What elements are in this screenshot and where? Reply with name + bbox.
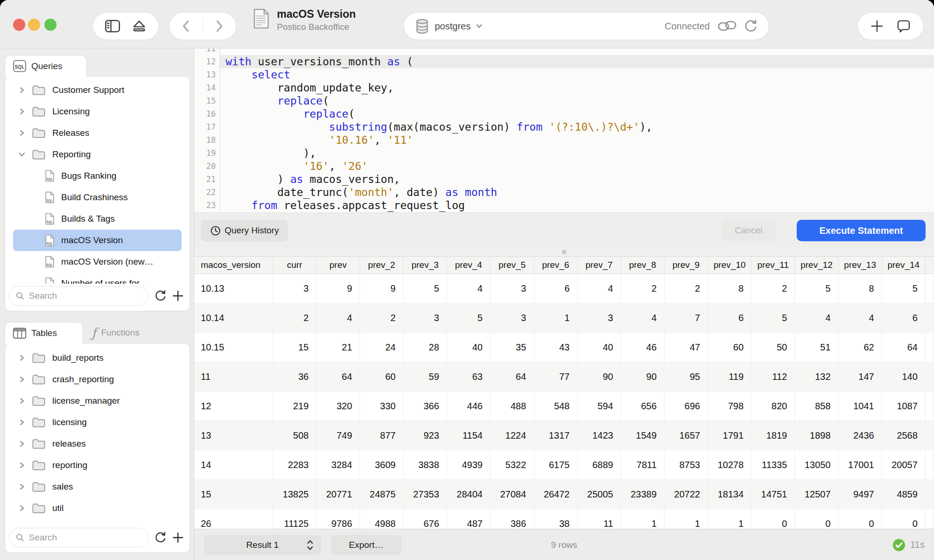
cell[interactable]: 2568 xyxy=(882,421,925,450)
add-icon[interactable] xyxy=(870,19,884,33)
query-item-macos-version[interactable]: SQLmacOS Version xyxy=(13,230,182,251)
cell[interactable]: 3 xyxy=(490,274,534,303)
reload-queries-icon[interactable] xyxy=(154,289,166,302)
zoom-button[interactable] xyxy=(44,19,57,31)
code-line-12[interactable]: 12with user_versions_month as ( xyxy=(194,55,934,68)
query-item-build-crashiness[interactable]: SQLBuild Crashiness xyxy=(10,187,184,208)
cell[interactable]: 0 xyxy=(882,509,925,529)
chevron-right-icon[interactable] xyxy=(19,419,25,426)
cell[interactable] xyxy=(925,480,933,509)
code-line-18[interactable]: 18 '10.16', '11' xyxy=(194,133,934,147)
cell[interactable]: 63 xyxy=(447,362,490,392)
query-item-reporting[interactable]: Reporting xyxy=(10,144,184,165)
cell[interactable]: 3 xyxy=(490,303,534,333)
tab-queries[interactable]: SQL Queries xyxy=(5,55,87,77)
back-icon[interactable] xyxy=(181,19,191,33)
query-item-macos-version-new[interactable]: SQLmacOS Version (new… xyxy=(10,251,184,273)
cell[interactable]: 5 xyxy=(447,303,490,333)
cell[interactable]: 21 xyxy=(316,333,360,362)
chevron-right-icon[interactable] xyxy=(19,505,25,511)
cell[interactable]: 0 xyxy=(795,509,838,529)
column-header-prev-14[interactable]: prev_14 xyxy=(882,257,925,274)
cell[interactable]: 508 xyxy=(273,421,316,450)
cell[interactable]: 25005 xyxy=(577,480,621,509)
cell[interactable]: 6 xyxy=(882,303,925,333)
queries-search-input[interactable] xyxy=(28,290,142,301)
cell[interactable]: 12 xyxy=(194,392,273,421)
sql-editor[interactable]: 1112with user_versions_month as (13 sele… xyxy=(194,49,934,212)
chevron-down-icon[interactable] xyxy=(475,22,483,30)
sidebar-toggle-icon[interactable] xyxy=(105,20,120,33)
cell[interactable]: 3838 xyxy=(403,450,447,480)
cell[interactable]: 487 xyxy=(447,509,490,529)
execute-statement-button[interactable]: Execute Statement xyxy=(797,220,926,241)
chevron-right-icon[interactable] xyxy=(19,376,25,383)
add-query-icon[interactable] xyxy=(172,290,184,302)
cell[interactable]: 5 xyxy=(403,274,447,303)
column-header-prev-2[interactable]: prev_2 xyxy=(360,257,403,274)
cell[interactable]: 13825 xyxy=(273,480,316,509)
column-header-curr[interactable]: curr xyxy=(273,257,316,274)
cell[interactable]: 3 xyxy=(273,274,316,303)
minimize-button[interactable] xyxy=(28,19,40,31)
schema-item-reporting[interactable]: reporting xyxy=(10,455,184,476)
cell[interactable]: 64 xyxy=(882,333,925,362)
cell[interactable]: 2 xyxy=(621,274,664,303)
cell[interactable]: 23389 xyxy=(621,480,664,509)
cell[interactable]: 40 xyxy=(447,333,490,362)
cell[interactable]: 12507 xyxy=(795,480,838,509)
cell[interactable]: 10278 xyxy=(708,450,751,480)
cell[interactable]: 43 xyxy=(534,333,577,362)
cell[interactable] xyxy=(925,450,933,480)
column-header-prev-6[interactable]: prev_6 xyxy=(534,257,577,274)
cell[interactable]: 4 xyxy=(838,303,882,333)
schema-item-license-manager[interactable]: license_manager xyxy=(10,390,184,412)
cell[interactable]: 798 xyxy=(708,392,751,421)
cell[interactable]: 10.13 xyxy=(194,274,273,303)
export-button[interactable]: Export… xyxy=(331,535,402,555)
code-line-23[interactable]: 23 from releases.appcast_request_log xyxy=(194,199,934,212)
cell[interactable]: 858 xyxy=(795,392,838,421)
chevron-right-icon[interactable] xyxy=(19,462,25,469)
cell[interactable]: 6889 xyxy=(577,450,621,480)
code-line-17[interactable]: 17 substring(max(macos_version) from '(?… xyxy=(194,120,934,133)
code-line-21[interactable]: 21 ) as macos_version, xyxy=(194,173,934,186)
cell[interactable]: 90 xyxy=(577,362,621,392)
cell[interactable]: 820 xyxy=(751,392,795,421)
cell[interactable] xyxy=(925,333,933,362)
cell[interactable]: 548 xyxy=(534,392,577,421)
cell[interactable]: 3284 xyxy=(316,450,360,480)
cell[interactable]: 749 xyxy=(316,421,360,450)
cell[interactable]: 64 xyxy=(316,362,360,392)
query-item-builds-tags[interactable]: SQLBuilds & Tags xyxy=(10,208,184,230)
cell[interactable]: 50 xyxy=(751,333,795,362)
cell[interactable]: 330 xyxy=(360,392,403,421)
column-header-prev-11[interactable]: prev_11 xyxy=(751,257,795,274)
column-header-prev[interactable]: prev xyxy=(316,257,360,274)
cell[interactable]: 1 xyxy=(621,509,664,529)
chevron-right-icon[interactable] xyxy=(19,441,25,447)
cell[interactable]: 26472 xyxy=(534,480,577,509)
chevron-right-icon[interactable] xyxy=(19,398,25,404)
link-icon[interactable] xyxy=(717,19,737,34)
cell[interactable]: 4 xyxy=(621,303,664,333)
cell[interactable]: 1 xyxy=(708,509,751,529)
cell[interactable]: 386 xyxy=(490,509,534,529)
cell[interactable]: 1224 xyxy=(490,421,534,450)
schema-item-sales[interactable]: sales xyxy=(10,476,184,497)
cell[interactable]: 656 xyxy=(621,392,664,421)
cell[interactable]: 2 xyxy=(360,303,403,333)
code-line-11[interactable]: 11 xyxy=(194,49,934,55)
cell[interactable]: 36 xyxy=(273,362,316,392)
cell[interactable]: 6 xyxy=(708,303,751,333)
cell[interactable] xyxy=(925,421,933,450)
column-header-macos-version[interactable]: macos_version xyxy=(194,257,273,274)
column-header-prev-10[interactable]: prev_10 xyxy=(708,257,751,274)
cell[interactable]: 1819 xyxy=(751,421,795,450)
column-header-prev-4[interactable]: prev_4 xyxy=(447,257,490,274)
cell[interactable]: 877 xyxy=(360,421,403,450)
cell[interactable]: 11125 xyxy=(273,509,316,529)
cell[interactable]: 60 xyxy=(708,333,751,362)
cell[interactable]: 5322 xyxy=(490,450,534,480)
cell[interactable]: 3 xyxy=(403,303,447,333)
